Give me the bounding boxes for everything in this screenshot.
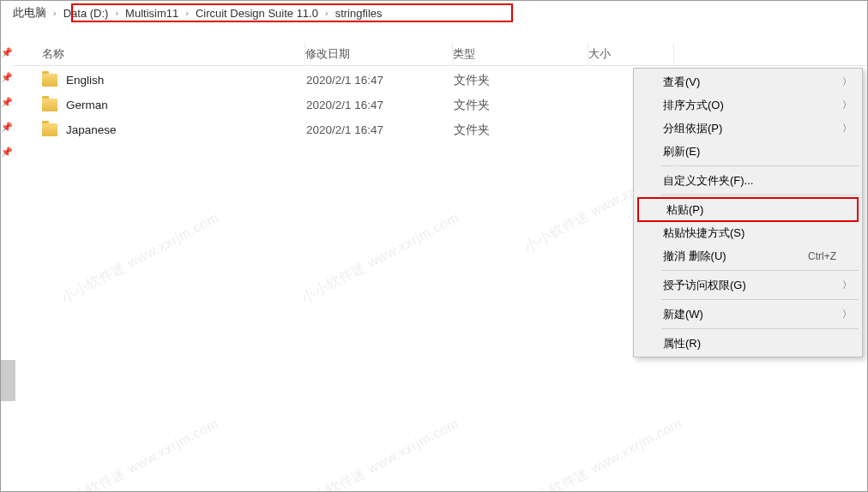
folder-icon	[42, 123, 57, 136]
menu-item-customize[interactable]: 自定义文件夹(F)...	[636, 169, 860, 192]
chevron-right-icon: ›	[113, 8, 120, 18]
menu-label: 粘贴快捷方式(S)	[663, 225, 852, 241]
watermark: 小小软件迷 www.xxrjm.com	[521, 415, 685, 492]
menu-separator	[661, 299, 859, 300]
pin-icon[interactable]: 📌	[1, 40, 13, 65]
menu-label: 查看(V)	[663, 75, 852, 90]
column-header-size[interactable]: 大小	[588, 42, 674, 65]
pin-icon[interactable]: 📌	[1, 90, 13, 115]
column-header-type-label: 类型	[453, 46, 475, 62]
menu-label: 排序方式(O)	[663, 98, 852, 113]
context-menu: 查看(V) 〉 排序方式(O) 〉 分组依据(P) 〉 刷新(E) 自定义文件夹…	[633, 68, 863, 357]
file-type: 文件夹	[454, 73, 589, 88]
pin-icon[interactable]: 📌	[1, 115, 13, 140]
pin-gutter: 📌 📌 📌 📌 📌	[1, 40, 13, 165]
chevron-right-icon: 〉	[842, 75, 852, 88]
menu-separator	[661, 165, 859, 166]
file-type: 文件夹	[454, 98, 589, 113]
menu-label: 粘贴(P)	[666, 202, 848, 218]
folder-icon	[42, 99, 57, 111]
column-header-name-label: 名称	[42, 46, 64, 62]
column-header-date[interactable]: 修改日期	[305, 42, 453, 65]
chevron-right-icon: 〉	[842, 122, 852, 135]
watermark: 小小软件迷 www.xxrjm.com	[298, 415, 462, 492]
menu-shortcut: Ctrl+Z	[808, 250, 852, 262]
file-date: 2020/2/1 16:47	[306, 74, 454, 87]
watermark: 小小软件迷 www.xxrjm.com	[298, 209, 462, 308]
breadcrumb-part-0[interactable]: Data (D:)	[58, 5, 114, 21]
menu-label: 自定义文件夹(F)...	[663, 173, 852, 189]
column-header-date-label: 修改日期	[305, 46, 350, 62]
menu-item-properties[interactable]: 属性(R)	[636, 332, 860, 355]
menu-label: 授予访问权限(G)	[663, 278, 852, 293]
chevron-right-icon: 〉	[842, 99, 852, 111]
file-name: Japanese	[66, 123, 306, 136]
menu-item-group[interactable]: 分组依据(P) 〉	[636, 117, 860, 140]
chevron-right-icon: 〉	[842, 308, 852, 321]
menu-item-sort[interactable]: 排序方式(O) 〉	[636, 93, 860, 117]
file-type: 文件夹	[454, 123, 589, 138]
menu-item-paste-shortcut[interactable]: 粘贴快捷方式(S)	[636, 221, 860, 244]
column-header-type[interactable]: 类型	[453, 42, 588, 65]
scrollbar-thumb[interactable]	[1, 360, 15, 401]
chevron-right-icon: ›	[184, 8, 190, 18]
menu-label: 刷新(E)	[663, 144, 852, 159]
file-date: 2020/2/1 16:47	[306, 99, 454, 111]
chevron-right-icon: 〉	[842, 279, 852, 291]
file-name: German	[66, 99, 306, 111]
column-headers: 名称 修改日期 类型 大小	[1, 42, 867, 66]
menu-label: 撤消 删除(U)	[663, 249, 808, 264]
menu-item-grant-access[interactable]: 授予访问权限(G) 〉	[636, 273, 860, 297]
menu-label: 新建(W)	[663, 307, 852, 322]
menu-label: 属性(R)	[663, 336, 852, 351]
menu-separator	[661, 328, 859, 329]
menu-item-undo-delete[interactable]: 撤消 删除(U) Ctrl+Z	[636, 244, 860, 267]
file-name: English	[66, 74, 306, 87]
breadcrumb[interactable]: 此电脑 › Data (D:) › Multisim11 › Circuit D…	[1, 1, 867, 25]
pin-icon[interactable]: 📌	[1, 140, 13, 165]
folder-icon	[42, 74, 57, 87]
pin-icon[interactable]: 📌	[1, 65, 13, 90]
breadcrumb-root[interactable]: 此电脑	[8, 3, 51, 22]
chevron-right-icon: ›	[51, 8, 58, 18]
column-header-name[interactable]: 名称	[1, 42, 305, 65]
menu-item-refresh[interactable]: 刷新(E)	[636, 140, 860, 163]
breadcrumb-part-1[interactable]: Multisim11	[120, 5, 184, 21]
menu-item-new[interactable]: 新建(W) 〉	[636, 303, 860, 326]
column-header-size-label: 大小	[588, 46, 611, 62]
menu-item-paste[interactable]: 粘贴(P)	[637, 197, 859, 222]
menu-item-view[interactable]: 查看(V) 〉	[636, 70, 860, 93]
file-date: 2020/2/1 16:47	[306, 123, 454, 136]
menu-separator	[661, 270, 859, 271]
watermark: 小小软件迷 www.xxrjm.com	[58, 415, 222, 492]
chevron-right-icon: ›	[323, 8, 330, 18]
breadcrumb-part-2[interactable]: Circuit Design Suite 11.0	[190, 5, 323, 21]
breadcrumb-part-3[interactable]: stringfiles	[330, 5, 388, 21]
watermark: 小小软件迷 www.xxrjm.com	[58, 209, 222, 308]
menu-label: 分组依据(P)	[663, 121, 852, 136]
menu-separator	[661, 195, 859, 195]
